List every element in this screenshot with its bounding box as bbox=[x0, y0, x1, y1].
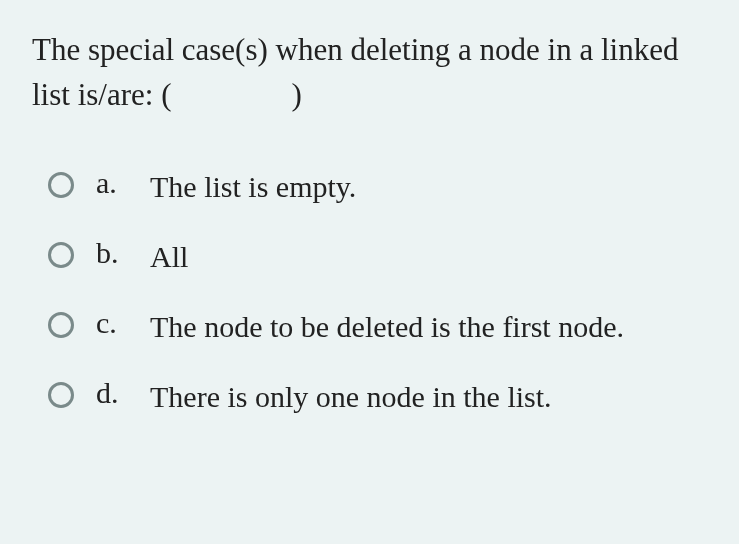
option-d[interactable]: d. There is only one node in the list. bbox=[48, 376, 707, 418]
option-label: d. bbox=[92, 376, 132, 410]
radio-icon[interactable] bbox=[48, 242, 74, 268]
option-a[interactable]: a. The list is empty. bbox=[48, 166, 707, 208]
option-text: There is only one node in the list. bbox=[150, 376, 552, 418]
option-label: a. bbox=[92, 166, 132, 200]
quiz-container: The special case(s) when deleting a node… bbox=[0, 0, 739, 438]
option-b[interactable]: b. All bbox=[48, 236, 707, 278]
option-text: The list is empty. bbox=[150, 166, 356, 208]
radio-icon[interactable] bbox=[48, 382, 74, 408]
option-text: The node to be deleted is the first node… bbox=[150, 306, 624, 348]
option-label: c. bbox=[92, 306, 132, 340]
radio-icon[interactable] bbox=[48, 312, 74, 338]
option-c[interactable]: c. The node to be deleted is the first n… bbox=[48, 306, 707, 348]
question-text: The special case(s) when deleting a node… bbox=[32, 28, 707, 118]
option-text: All bbox=[150, 236, 188, 278]
question-stem-after: ) bbox=[291, 77, 301, 112]
options-list: a. The list is empty. b. All c. The node… bbox=[32, 166, 707, 418]
question-stem-before: The special case(s) when deleting a node… bbox=[32, 32, 678, 112]
radio-icon[interactable] bbox=[48, 172, 74, 198]
option-label: b. bbox=[92, 236, 132, 270]
